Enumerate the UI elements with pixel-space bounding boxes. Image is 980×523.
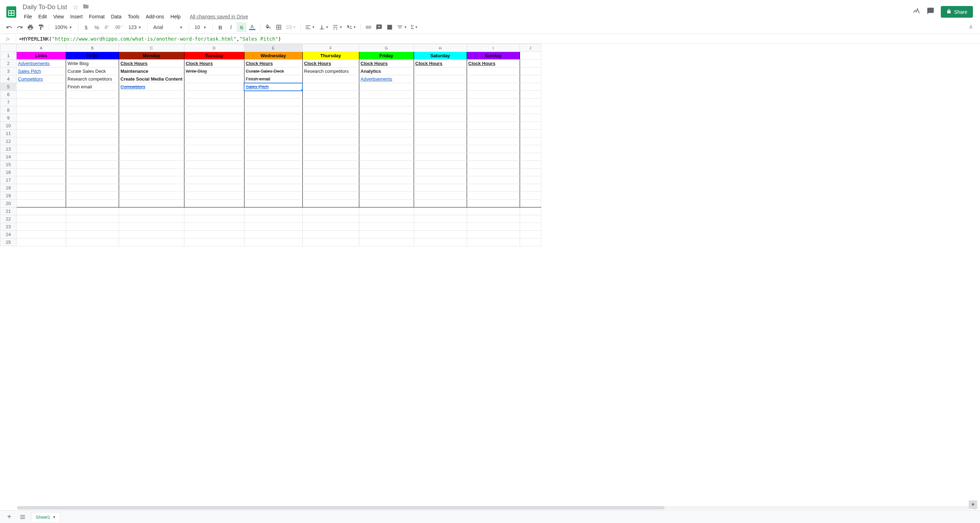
cell-D22[interactable] bbox=[184, 215, 244, 223]
row-header-13[interactable]: 13 bbox=[0, 145, 17, 153]
cell-D21[interactable] bbox=[184, 207, 244, 215]
cell-C1[interactable]: Monday bbox=[119, 52, 185, 60]
cell-E21[interactable] bbox=[244, 207, 302, 215]
cell-G6[interactable] bbox=[359, 91, 414, 99]
col-header-B[interactable]: B bbox=[66, 44, 119, 52]
cell-J19[interactable] bbox=[520, 192, 541, 200]
cell-J5[interactable] bbox=[520, 83, 541, 91]
cell-C13[interactable] bbox=[119, 145, 185, 153]
row-header-22[interactable]: 22 bbox=[0, 215, 17, 223]
cell-G15[interactable] bbox=[359, 161, 414, 169]
cell-J6[interactable] bbox=[520, 91, 541, 99]
cell-J14[interactable] bbox=[520, 153, 541, 161]
cell-D8[interactable] bbox=[184, 106, 244, 114]
cell-B13[interactable] bbox=[66, 145, 119, 153]
cell-H21[interactable] bbox=[414, 207, 467, 215]
cell-D14[interactable] bbox=[184, 153, 244, 161]
merge-cells-button[interactable]: ▼ bbox=[285, 22, 298, 32]
row-header-19[interactable]: 19 bbox=[0, 192, 17, 200]
cell-A2[interactable]: Advertisements bbox=[17, 60, 66, 67]
cell-H25[interactable] bbox=[414, 239, 467, 246]
row-header-1[interactable]: 1 bbox=[0, 52, 17, 60]
cell-B8[interactable] bbox=[66, 106, 119, 114]
cell-F17[interactable] bbox=[302, 176, 359, 184]
explore-button[interactable] bbox=[969, 501, 977, 509]
cell-A12[interactable] bbox=[17, 137, 66, 145]
cell-J11[interactable] bbox=[520, 130, 541, 137]
cell-F15[interactable] bbox=[302, 161, 359, 169]
insert-link-button[interactable] bbox=[364, 22, 374, 32]
cell-H15[interactable] bbox=[414, 161, 467, 169]
cell-A17[interactable] bbox=[17, 176, 66, 184]
cell-B2[interactable]: Write Blog bbox=[66, 60, 119, 67]
text-wrap-button[interactable]: ▼ bbox=[331, 22, 344, 32]
share-button[interactable]: Share bbox=[941, 6, 973, 18]
horizontal-align-button[interactable]: ▼ bbox=[304, 22, 317, 32]
cell-I14[interactable] bbox=[467, 153, 520, 161]
cell-I6[interactable] bbox=[467, 91, 520, 99]
cell-B1[interactable]: To Do bbox=[66, 52, 119, 60]
cell-H14[interactable] bbox=[414, 153, 467, 161]
cell-A19[interactable] bbox=[17, 192, 66, 200]
cell-E24[interactable] bbox=[244, 231, 302, 239]
cell-F11[interactable] bbox=[302, 130, 359, 137]
cell-G8[interactable] bbox=[359, 106, 414, 114]
cell-I11[interactable] bbox=[467, 130, 520, 137]
cell-F10[interactable] bbox=[302, 122, 359, 130]
menu-format[interactable]: Format bbox=[86, 12, 107, 21]
cell-I20[interactable] bbox=[467, 200, 520, 207]
cell-D10[interactable] bbox=[184, 122, 244, 130]
select-all-corner[interactable] bbox=[0, 44, 17, 52]
cell-D5[interactable] bbox=[184, 83, 244, 91]
cell-G2[interactable]: Clock Hours bbox=[359, 60, 414, 67]
cell-D1[interactable]: Tuesday bbox=[184, 52, 244, 60]
cell-F25[interactable] bbox=[302, 239, 359, 246]
cell-B9[interactable] bbox=[66, 114, 119, 122]
fx-icon[interactable]: fx bbox=[0, 36, 16, 42]
cell-J8[interactable] bbox=[520, 106, 541, 114]
cell-C18[interactable] bbox=[119, 184, 185, 192]
redo-button[interactable] bbox=[15, 22, 25, 32]
cell-J13[interactable] bbox=[520, 145, 541, 153]
cell-J2[interactable] bbox=[520, 60, 541, 67]
cell-J9[interactable] bbox=[520, 114, 541, 122]
row-header-9[interactable]: 9 bbox=[0, 114, 17, 122]
cell-I2[interactable]: Clock Hours bbox=[467, 60, 520, 67]
menu-file[interactable]: File bbox=[21, 12, 35, 21]
menu-tools[interactable]: Tools bbox=[125, 12, 142, 21]
save-status[interactable]: All changes saved in Drive bbox=[190, 14, 248, 19]
col-header-F[interactable]: F bbox=[302, 44, 359, 52]
cell-I21[interactable] bbox=[467, 207, 520, 215]
bold-button[interactable]: B bbox=[215, 22, 225, 32]
cell-H11[interactable] bbox=[414, 130, 467, 137]
move-folder-icon[interactable] bbox=[83, 3, 89, 11]
cell-H7[interactable] bbox=[414, 99, 467, 106]
cell-A22[interactable] bbox=[17, 215, 66, 223]
cell-H5[interactable] bbox=[414, 83, 467, 91]
cell-B23[interactable] bbox=[66, 223, 119, 231]
cell-A18[interactable] bbox=[17, 184, 66, 192]
col-header-J[interactable]: J bbox=[520, 44, 541, 52]
cell-H17[interactable] bbox=[414, 176, 467, 184]
cell-E17[interactable] bbox=[244, 176, 302, 184]
cell-B24[interactable] bbox=[66, 231, 119, 239]
cell-F4[interactable] bbox=[302, 75, 359, 83]
cell-I8[interactable] bbox=[467, 106, 520, 114]
menu-view[interactable]: View bbox=[51, 12, 67, 21]
cell-H18[interactable] bbox=[414, 184, 467, 192]
cell-C22[interactable] bbox=[119, 215, 185, 223]
cell-A7[interactable] bbox=[17, 99, 66, 106]
increase-decimal-button[interactable]: .00→ bbox=[113, 22, 125, 32]
cell-F19[interactable] bbox=[302, 192, 359, 200]
cell-C24[interactable] bbox=[119, 231, 185, 239]
cell-I3[interactable] bbox=[467, 67, 520, 75]
row-header-2[interactable]: 2 bbox=[0, 60, 17, 67]
collapse-toolbar-button[interactable]: ᐱ bbox=[966, 22, 976, 32]
row-header-14[interactable]: 14 bbox=[0, 153, 17, 161]
text-rotation-button[interactable]: ▼ bbox=[344, 22, 358, 32]
cell-A15[interactable] bbox=[17, 161, 66, 169]
cell-C3[interactable]: Maintenance bbox=[119, 67, 185, 75]
print-button[interactable] bbox=[25, 22, 35, 32]
cell-J24[interactable] bbox=[520, 231, 541, 239]
cell-E22[interactable] bbox=[244, 215, 302, 223]
